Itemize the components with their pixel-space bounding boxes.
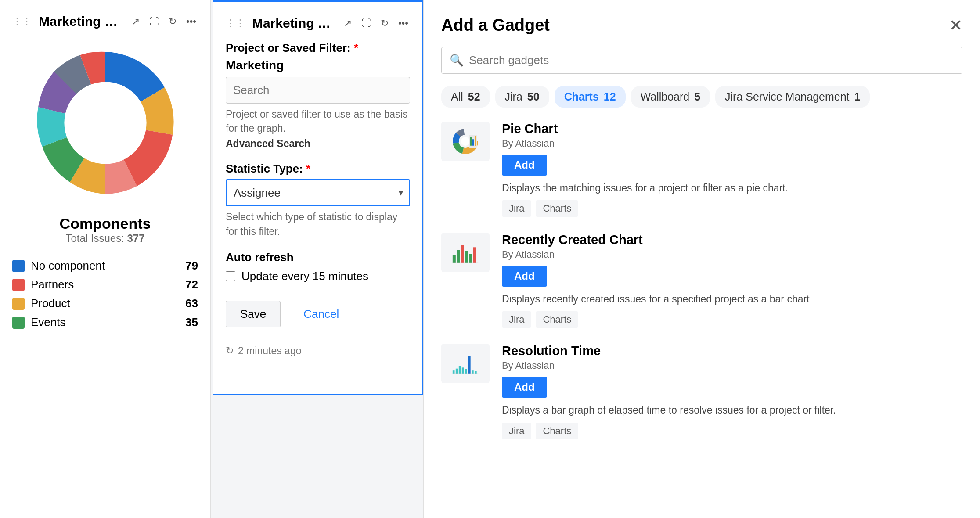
chart-label: Components Total Issues: 377 bbox=[12, 215, 198, 245]
gadget-description: Displays the matching issues for a proje… bbox=[502, 181, 962, 195]
svg-rect-21 bbox=[465, 369, 467, 374]
project-filter-group: Project or Saved Filter: * Marketing Pro… bbox=[226, 41, 410, 150]
svg-rect-17 bbox=[453, 371, 455, 374]
gadget-tags: JiraCharts bbox=[502, 311, 962, 328]
gadget-tag: Charts bbox=[536, 311, 578, 328]
filter-tab-all[interactable]: All 52 bbox=[441, 86, 490, 108]
search-icon: 🔍 bbox=[450, 54, 464, 67]
gadget-vendor: By Atlassian bbox=[502, 249, 962, 260]
auto-refresh-checkbox[interactable] bbox=[226, 271, 235, 281]
fullscreen-icon-2[interactable]: ⛶ bbox=[360, 16, 373, 31]
legend-label: Events bbox=[31, 316, 179, 329]
legend-value: 35 bbox=[185, 316, 198, 329]
legend: No component 79 Partners 72 Product 63 E… bbox=[12, 259, 198, 329]
svg-rect-23 bbox=[472, 371, 474, 374]
gadget-tag: Charts bbox=[536, 423, 578, 439]
gadget-item: Resolution Time By Atlassian Add Display… bbox=[441, 344, 962, 439]
advanced-search-link[interactable]: Advanced Search bbox=[226, 138, 410, 150]
project-value: Marketing bbox=[226, 58, 410, 72]
gadget-list: Pie Chart By Atlassian Add Displays the … bbox=[441, 122, 962, 439]
tab-count: 12 bbox=[601, 90, 616, 103]
gadget-description: Displays a bar graph of elapsed time to … bbox=[502, 403, 962, 417]
svg-rect-8 bbox=[472, 139, 474, 146]
legend-label: Product bbox=[31, 297, 179, 310]
gadget-thumbnail bbox=[441, 344, 490, 383]
filter-tabs: All 52Jira 50Charts 12Wallboard 5Jira Se… bbox=[441, 86, 962, 108]
drag-handle-icon[interactable]: ⋮⋮ bbox=[12, 16, 32, 27]
close-button[interactable]: ✕ bbox=[949, 16, 962, 35]
gadget-info: Pie Chart By Atlassian Add Displays the … bbox=[502, 122, 962, 217]
filter-tab-wallboard[interactable]: Wallboard 5 bbox=[631, 86, 710, 108]
tab-count: 50 bbox=[524, 90, 540, 103]
more-icon[interactable]: ••• bbox=[184, 14, 198, 29]
legend-item: Product 63 bbox=[12, 297, 198, 310]
expand-icon-2[interactable]: ↗ bbox=[342, 16, 353, 31]
gadget-tag: Jira bbox=[502, 311, 531, 328]
gadget-item: Recently Created Chart By Atlassian Add … bbox=[441, 233, 962, 328]
filter-tab-jira-service-management[interactable]: Jira Service Management 1 bbox=[715, 86, 870, 108]
left-panel-header: ⋮⋮ Marketing Compo... ↗ ⛶ ↻ ••• bbox=[12, 14, 198, 29]
gadget-add-button[interactable]: Add bbox=[502, 266, 547, 287]
project-label: Project or Saved Filter: * bbox=[226, 41, 410, 55]
checkbox-label: Update every 15 minutes bbox=[241, 270, 368, 283]
middle-panel-title: Marketing Assign... bbox=[252, 16, 335, 31]
left-panel-title: Marketing Compo... bbox=[39, 14, 123, 29]
gadget-description: Displays recently created issues for a s… bbox=[502, 292, 962, 306]
filter-tab-charts[interactable]: Charts 12 bbox=[555, 86, 626, 108]
project-search-input[interactable] bbox=[226, 77, 410, 104]
right-panel-title: Add a Gadget bbox=[441, 16, 550, 35]
gadget-thumbnail bbox=[441, 122, 490, 161]
drag-handle-icon-2[interactable]: ⋮⋮ bbox=[226, 18, 245, 29]
left-panel: ⋮⋮ Marketing Compo... ↗ ⛶ ↻ ••• bbox=[0, 0, 211, 518]
gadget-vendor: By Atlassian bbox=[502, 360, 962, 371]
gadget-add-button[interactable]: Add bbox=[502, 155, 547, 176]
middle-panel-icons: ↗ ⛶ ↻ ••• bbox=[342, 16, 410, 31]
statistic-label: Statistic Type: * bbox=[226, 162, 410, 176]
gadget-search-input[interactable] bbox=[469, 54, 954, 67]
gadget-item: Pie Chart By Atlassian Add Displays the … bbox=[441, 122, 962, 217]
legend-value: 63 bbox=[185, 297, 198, 310]
expand-icon[interactable]: ↗ bbox=[130, 14, 141, 29]
right-panel: Add a Gadget ✕ 🔍 All 52Jira 50Charts 12W… bbox=[423, 0, 980, 518]
svg-rect-10 bbox=[453, 255, 456, 263]
fullscreen-icon[interactable]: ⛶ bbox=[148, 14, 161, 29]
required-star: * bbox=[354, 41, 358, 54]
search-bar[interactable]: 🔍 bbox=[441, 47, 962, 74]
timestamp-text: 2 minutes ago bbox=[238, 345, 301, 357]
refresh-icon[interactable]: ↻ bbox=[167, 14, 178, 29]
svg-rect-13 bbox=[465, 251, 468, 263]
gadget-name: Recently Created Chart bbox=[502, 233, 962, 247]
btn-row: Save Cancel bbox=[226, 301, 410, 327]
gadget-name: Resolution Time bbox=[502, 344, 962, 358]
refresh-icon-2[interactable]: ↻ bbox=[379, 16, 390, 31]
gadget-tag: Charts bbox=[536, 200, 578, 217]
svg-rect-19 bbox=[459, 366, 461, 374]
gadget-tag: Jira bbox=[502, 200, 531, 217]
legend-color bbox=[12, 279, 25, 291]
left-panel-icons: ↗ ⛶ ↻ ••• bbox=[130, 14, 198, 29]
gadget-add-button[interactable]: Add bbox=[502, 377, 547, 398]
donut-chart bbox=[12, 40, 198, 206]
legend-value: 79 bbox=[185, 259, 198, 273]
chart-title: Components bbox=[12, 215, 198, 232]
save-button[interactable]: Save bbox=[226, 301, 281, 327]
chart-total: Total Issues: 377 bbox=[12, 232, 198, 245]
svg-rect-24 bbox=[475, 371, 477, 374]
legend-item: No component 79 bbox=[12, 259, 198, 273]
svg-rect-20 bbox=[462, 368, 464, 374]
cancel-button[interactable]: Cancel bbox=[289, 301, 353, 327]
gadget-name: Pie Chart bbox=[502, 122, 962, 136]
legend-color bbox=[12, 260, 25, 272]
legend-item: Partners 72 bbox=[12, 278, 198, 291]
gadget-tags: JiraCharts bbox=[502, 423, 962, 439]
svg-rect-14 bbox=[469, 254, 472, 263]
svg-rect-15 bbox=[473, 248, 476, 263]
legend-color bbox=[12, 317, 25, 329]
select-wrapper: Assignee Component Priority Status Repor… bbox=[226, 179, 410, 206]
filter-tab-jira[interactable]: Jira 50 bbox=[495, 86, 549, 108]
statistic-select[interactable]: Assignee Component Priority Status Repor… bbox=[226, 179, 410, 206]
more-icon-2[interactable]: ••• bbox=[396, 16, 410, 31]
tab-count: 1 bbox=[851, 90, 861, 103]
project-hint: Project or saved filter to use as the ba… bbox=[226, 107, 410, 135]
donut-svg bbox=[26, 44, 184, 202]
